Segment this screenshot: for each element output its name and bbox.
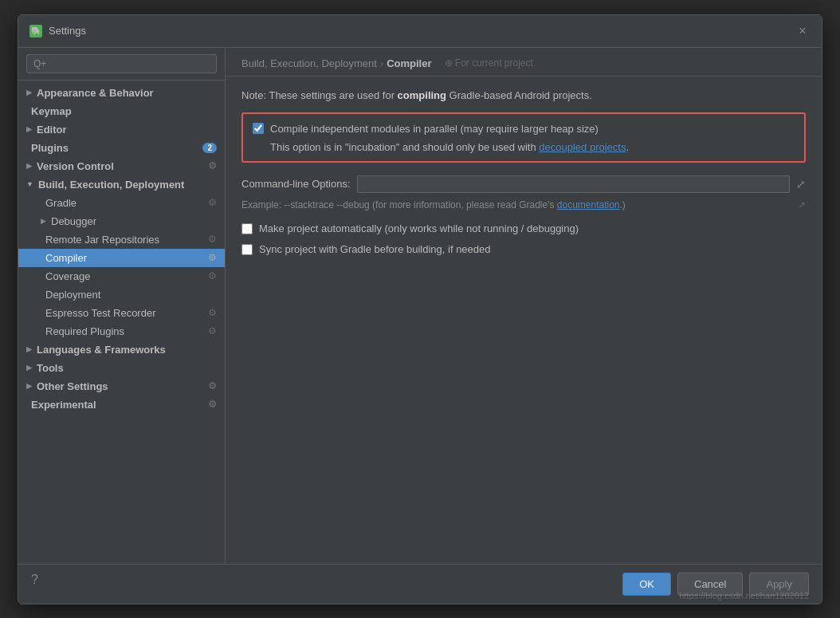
sidebar-item-label: Deployment: [45, 289, 100, 301]
documentation-link[interactable]: documentation: [557, 199, 620, 211]
sidebar-item-tools[interactable]: ▶ Tools: [18, 359, 225, 377]
content-area: ▶ Appearance & Behavior Keymap ▶ Editor …: [18, 48, 822, 564]
sidebar-item-experimental[interactable]: Experimental ⚙: [18, 396, 225, 414]
title-bar-left: 🐘 Settings: [29, 25, 86, 37]
highlighted-box: Compile independent modules in parallel …: [241, 112, 806, 163]
sidebar-item-label: Keymap: [31, 105, 72, 117]
sidebar-item-compiler[interactable]: Compiler ⚙: [18, 249, 225, 267]
incubation-text: This option is in "incubation" and shoul…: [270, 141, 795, 153]
search-input[interactable]: [26, 54, 217, 73]
incubation-prefix: This option is in "incubation" and shoul…: [270, 141, 539, 153]
main-content: Build, Execution, Deployment › Compiler …: [226, 48, 822, 564]
sidebar-item-other-settings[interactable]: ▶ Other Settings ⚙: [18, 377, 225, 396]
example-end: .): [620, 199, 626, 211]
parallel-compile-label: Compile independent modules in parallel …: [270, 122, 599, 136]
expand-example-icon: ↗: [798, 199, 806, 211]
note-bold: compiling: [398, 89, 446, 101]
triangle-icon: ▶: [41, 217, 46, 225]
sidebar-item-coverage[interactable]: Coverage ⚙: [18, 267, 225, 285]
sidebar-item-label: Appearance & Behavior: [37, 87, 154, 99]
sidebar: ▶ Appearance & Behavior Keymap ▶ Editor …: [18, 48, 226, 564]
note-prefix: Note:: [241, 89, 269, 101]
expand-cmdline-button[interactable]: ⤢: [796, 178, 806, 191]
example-text: Example: --stacktrace --debug (for more …: [241, 199, 806, 211]
settings-icon: ⚙: [208, 307, 217, 318]
settings-icon: ⚙: [208, 325, 217, 337]
nav-items: ▶ Appearance & Behavior Keymap ▶ Editor …: [18, 81, 225, 564]
settings-app-icon: 🐘: [29, 25, 42, 37]
triangle-icon: ▶: [26, 125, 32, 133]
apply-button[interactable]: Apply: [749, 573, 809, 596]
title-bar: 🐘 Settings ×: [18, 15, 822, 48]
triangle-icon: ▶: [26, 89, 32, 96]
settings-panel: Note: These settings are used for compil…: [226, 77, 822, 564]
settings-icon: ⚙: [208, 160, 217, 171]
settings-icon: ⚙: [208, 234, 217, 245]
sidebar-item-label: Plugins: [31, 142, 69, 154]
sidebar-item-keymap[interactable]: Keymap: [18, 102, 225, 120]
sidebar-item-label: Other Settings: [37, 380, 108, 392]
settings-icon: ⚙: [208, 270, 217, 281]
ok-button[interactable]: OK: [622, 573, 671, 596]
breadcrumb-separator: ›: [380, 57, 383, 69]
sidebar-item-label: Editor: [37, 124, 67, 136]
note-suffix: Gradle-based Android projects.: [446, 89, 592, 101]
settings-icon: ⚙: [208, 197, 217, 208]
cancel-button[interactable]: Cancel: [677, 573, 743, 596]
settings-icon: ⚙: [208, 380, 217, 392]
incubation-end: .: [626, 141, 629, 153]
sidebar-item-label: Languages & Frameworks: [37, 344, 166, 356]
sidebar-item-languages-frameworks[interactable]: ▶ Languages & Frameworks: [18, 340, 225, 359]
parallel-compile-row: Compile independent modules in parallel …: [253, 122, 795, 136]
sidebar-item-label: Debugger: [51, 215, 96, 227]
make-project-checkbox[interactable]: [241, 223, 253, 234]
make-project-row: Make project automatically (only works w…: [241, 222, 806, 236]
sidebar-item-label: Compiler: [45, 252, 87, 264]
settings-icon: ⚙: [208, 399, 217, 410]
search-box: [18, 48, 225, 81]
sidebar-item-espresso[interactable]: Espresso Test Recorder ⚙: [18, 304, 225, 322]
sync-project-row: Sync project with Gradle before building…: [241, 242, 806, 257]
sidebar-item-version-control[interactable]: ▶ Version Control ⚙: [18, 157, 225, 175]
sidebar-item-label: Version Control: [37, 160, 114, 172]
sidebar-item-remote-jar[interactable]: Remote Jar Repositories ⚙: [18, 230, 225, 249]
make-project-label: Make project automatically (only works w…: [259, 222, 579, 236]
sidebar-item-label: Experimental: [31, 399, 96, 411]
triangle-icon: ▶: [26, 162, 32, 170]
decoupled-projects-link[interactable]: decoupled projects: [539, 141, 626, 153]
sidebar-item-label: Gradle: [45, 197, 77, 209]
help-icon[interactable]: ?: [31, 573, 38, 596]
sidebar-item-editor[interactable]: ▶ Editor: [18, 120, 225, 139]
triangle-icon: ▶: [26, 382, 32, 390]
sync-project-checkbox[interactable]: [241, 244, 253, 255]
cmdline-input[interactable]: [357, 175, 790, 193]
example-prefix: Example: --stacktrace --debug (for more …: [241, 199, 557, 211]
dialog-title: Settings: [49, 25, 86, 37]
sync-project-label: Sync project with Gradle before building…: [259, 242, 491, 257]
triangle-icon: ▶: [26, 345, 32, 353]
triangle-open-icon: ▼: [26, 180, 33, 188]
note-text: Note: These settings are used for compil…: [241, 89, 806, 101]
plugins-badge: 2: [202, 143, 217, 153]
sidebar-item-label: Espresso Test Recorder: [45, 307, 156, 319]
sidebar-item-deployment[interactable]: Deployment: [18, 285, 225, 304]
note-body: These settings are used for: [269, 89, 397, 101]
sidebar-item-label: Tools: [37, 362, 64, 374]
sidebar-item-plugins[interactable]: Plugins 2: [18, 139, 225, 157]
for-project-label: ⊕ For current project: [445, 57, 533, 69]
sidebar-item-label: Coverage: [45, 270, 90, 282]
breadcrumb-part1: Build, Execution, Deployment: [241, 57, 377, 69]
parallel-compile-checkbox[interactable]: [253, 123, 264, 134]
sidebar-item-label: Remote Jar Repositories: [45, 234, 159, 246]
settings-dialog: 🐘 Settings × ▶ Appearance & Behavior Key…: [18, 14, 822, 604]
bottom-bar: ? OK Cancel Apply: [18, 564, 822, 604]
triangle-icon: ▶: [26, 364, 32, 372]
sidebar-item-required-plugins[interactable]: Required Plugins ⚙: [18, 322, 225, 340]
sidebar-item-appearance-behavior[interactable]: ▶ Appearance & Behavior: [18, 84, 225, 102]
cmdline-row: Command-line Options: ⤢: [241, 175, 806, 193]
sidebar-item-debugger[interactable]: ▶ Debugger: [18, 212, 225, 230]
sidebar-item-build-execution[interactable]: ▼ Build, Execution, Deployment: [18, 175, 225, 194]
sidebar-item-label: Required Plugins: [45, 325, 124, 337]
close-button[interactable]: ×: [795, 23, 811, 39]
sidebar-item-gradle[interactable]: Gradle ⚙: [18, 194, 225, 212]
